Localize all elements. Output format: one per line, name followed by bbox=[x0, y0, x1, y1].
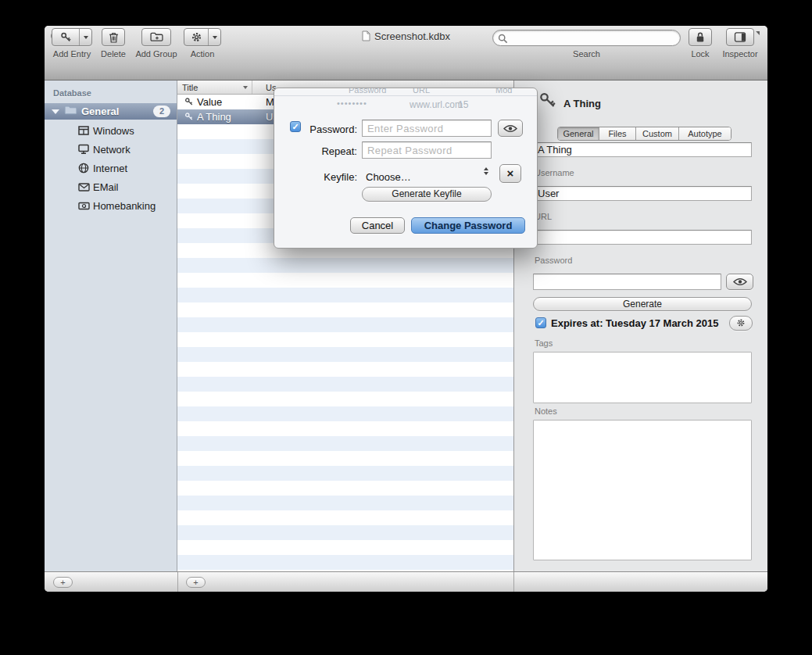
sidebar-section-header: Database bbox=[53, 88, 91, 98]
ghost-modified-value: 15 bbox=[458, 99, 468, 110]
add-group-label: Add Group bbox=[134, 49, 179, 59]
cancel-button[interactable]: Cancel bbox=[350, 217, 405, 234]
inspector-panel: A Thing General Files Custom Autotype Us… bbox=[513, 81, 767, 571]
password-label: Password bbox=[535, 256, 572, 265]
expires-checkbox[interactable] bbox=[535, 317, 546, 328]
app-window: Screenshot.kdbx Add Entry Delete bbox=[45, 26, 767, 592]
tab-general[interactable]: General bbox=[558, 127, 599, 140]
keyfile-popup-button[interactable]: Choose… bbox=[366, 171, 411, 183]
window-chrome[interactable]: Screenshot.kdbx Add Entry Delete bbox=[45, 26, 767, 81]
search-icon bbox=[498, 34, 508, 44]
entry-title: A Thing bbox=[197, 111, 231, 123]
tab-autotype[interactable]: Autotype bbox=[678, 127, 731, 140]
add-entry-button[interactable]: Add Entry bbox=[48, 28, 96, 46]
display-icon bbox=[77, 144, 90, 155]
ghost-column-url: URL bbox=[413, 88, 430, 95]
sidebar-group-label: General bbox=[81, 106, 153, 117]
key-icon bbox=[52, 29, 79, 45]
sidebar-item-label: Homebanking bbox=[93, 200, 156, 212]
sort-arrow-icon bbox=[243, 86, 248, 89]
username-field[interactable] bbox=[533, 186, 752, 201]
sidebar-item-label: EMail bbox=[93, 181, 119, 193]
padlock-icon bbox=[696, 29, 705, 45]
tab-files[interactable]: Files bbox=[599, 127, 635, 140]
username-label: Username bbox=[535, 168, 574, 177]
disclosure-triangle-icon[interactable] bbox=[52, 109, 59, 114]
lock-button[interactable]: Lock bbox=[681, 28, 720, 46]
add-entry-dropdown-arrow-icon[interactable] bbox=[79, 29, 91, 45]
sidebar-item-homebanking[interactable]: Homebanking bbox=[45, 198, 177, 213]
sidebar: Database General 2 Windows Network bbox=[45, 81, 177, 571]
gear-icon bbox=[736, 318, 746, 328]
ghost-password-dots: •••••••• bbox=[337, 98, 367, 108]
reveal-password-button[interactable] bbox=[726, 274, 753, 290]
password-field[interactable] bbox=[533, 274, 721, 290]
window-footer: + + bbox=[45, 571, 767, 592]
clear-keyfile-button[interactable] bbox=[499, 164, 521, 183]
popup-stepper-icon[interactable] bbox=[484, 167, 488, 175]
add-group-footer-button[interactable]: + bbox=[53, 577, 73, 588]
ghost-header-line bbox=[274, 95, 537, 96]
add-group-button[interactable]: Add Group bbox=[134, 28, 179, 46]
gear-icon bbox=[184, 29, 208, 45]
notes-label: Notes bbox=[535, 406, 557, 416]
envelope-icon bbox=[77, 183, 90, 191]
folder-icon bbox=[150, 29, 163, 45]
generate-password-button[interactable]: Generate bbox=[533, 297, 752, 311]
add-entry-footer-button[interactable]: + bbox=[186, 577, 206, 588]
action-label: Action bbox=[180, 49, 225, 59]
tags-field[interactable] bbox=[533, 352, 752, 403]
column-divider[interactable] bbox=[252, 81, 252, 94]
search-field[interactable] bbox=[492, 30, 681, 46]
inspector-panel-icon bbox=[734, 29, 746, 45]
banknote-icon bbox=[77, 202, 90, 210]
ghost-column-modified: Mod bbox=[495, 88, 512, 95]
inspector-label: Inspector bbox=[718, 49, 762, 59]
title-field[interactable] bbox=[533, 142, 752, 157]
globe-icon bbox=[77, 163, 90, 174]
action-dropdown-arrow-icon[interactable] bbox=[208, 29, 220, 45]
change-password-button[interactable]: Change Password bbox=[411, 217, 525, 234]
windows-icon bbox=[77, 125, 90, 136]
dialog-keyfile-label: Keyfile: bbox=[301, 171, 357, 183]
sidebar-item-internet[interactable]: Internet bbox=[45, 160, 177, 176]
dialog-repeat-input[interactable] bbox=[362, 141, 492, 159]
notes-field[interactable] bbox=[533, 420, 752, 560]
entry-title: Value bbox=[197, 96, 222, 108]
sidebar-item-windows[interactable]: Windows bbox=[45, 123, 177, 138]
footer-divider bbox=[513, 572, 514, 592]
delete-button[interactable]: Delete bbox=[93, 28, 134, 46]
sidebar-item-email[interactable]: EMail bbox=[45, 179, 177, 195]
key-icon bbox=[184, 112, 194, 123]
sidebar-group-general[interactable]: General 2 bbox=[45, 103, 177, 120]
dialog-repeat-label: Repeat: bbox=[301, 145, 357, 157]
eye-icon bbox=[733, 277, 747, 286]
tab-custom[interactable]: Custom bbox=[635, 127, 678, 140]
generate-keyfile-button[interactable]: Generate Keyfile bbox=[362, 187, 492, 202]
password-enabled-checkbox[interactable] bbox=[290, 121, 301, 132]
tags-label: Tags bbox=[535, 338, 553, 348]
dialog-password-input[interactable] bbox=[362, 120, 492, 137]
footer-divider bbox=[177, 572, 178, 592]
sidebar-item-label: Internet bbox=[93, 163, 127, 174]
inspector-button[interactable]: Inspector bbox=[718, 28, 762, 46]
trash-icon bbox=[109, 29, 119, 45]
ghost-column-password: Password bbox=[349, 88, 386, 95]
lock-label: Lock bbox=[681, 49, 720, 59]
document-icon bbox=[362, 30, 370, 41]
expires-settings-button[interactable] bbox=[729, 316, 753, 331]
key-icon bbox=[184, 97, 194, 109]
delete-label: Delete bbox=[93, 49, 134, 59]
inspector-tabs: General Files Custom Autotype bbox=[557, 127, 732, 141]
folder-icon bbox=[64, 106, 77, 117]
action-button[interactable]: Action bbox=[180, 28, 225, 46]
eye-icon bbox=[503, 124, 517, 133]
expires-label: Expires at: Tuesday 17 March 2015 bbox=[551, 317, 718, 329]
dialog-reveal-password-button[interactable] bbox=[498, 120, 523, 137]
search-input[interactable] bbox=[512, 31, 674, 45]
url-field[interactable] bbox=[533, 230, 752, 245]
group-count-badge: 2 bbox=[153, 106, 170, 117]
sidebar-item-label: Windows bbox=[93, 125, 134, 137]
column-header-title[interactable]: Title bbox=[182, 83, 198, 92]
sidebar-item-network[interactable]: Network bbox=[45, 141, 177, 157]
